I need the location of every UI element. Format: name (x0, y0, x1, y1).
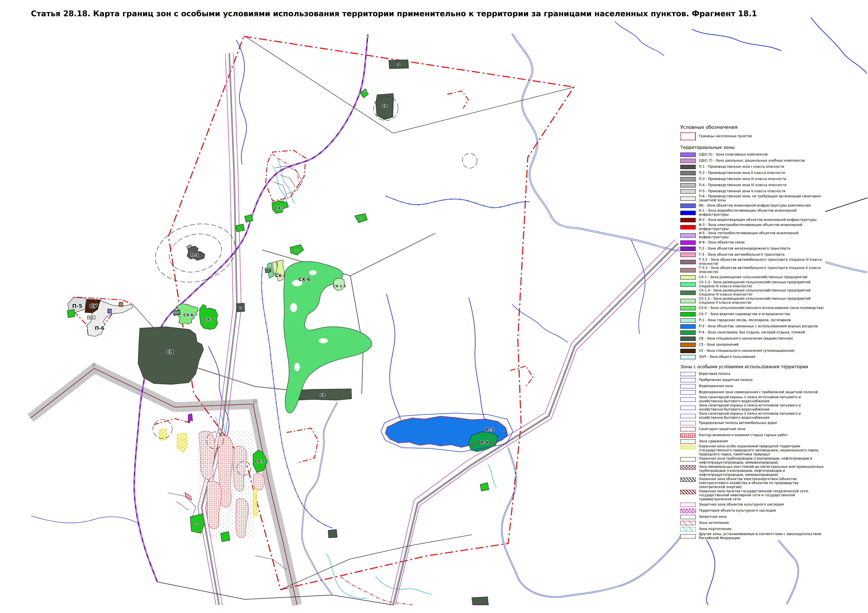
crosshatch-symbol (680, 465, 696, 470)
legend-item: И-2 - Зона водоотводящих объектов инжене… (680, 217, 825, 223)
legend-item-label: СХ-1.4 - Зона размещения сельскохозяйств… (699, 288, 825, 296)
zone-label-сх-6: СХ-6 (299, 277, 310, 282)
legend-item-label: ЗОП - Зона общего пользования (699, 355, 755, 359)
dashdot-symbol (680, 503, 696, 507)
legend-item-label: Запретная зона (699, 515, 727, 519)
legend-item: Зона санитарной охраны 1 пояса источнико… (680, 395, 825, 403)
zone-color-swatch (680, 275, 696, 280)
zone-label-сх-1.4: СХ-1.4 (173, 311, 180, 313)
legend-item: Зона сдвижения (680, 438, 825, 444)
zone-color-swatch (680, 218, 696, 222)
legend-item-label: И-5 - Зона теплообеспечивающих объектов … (699, 231, 825, 239)
legend-item-label: СУ - Зона специального назначения (утили… (699, 348, 795, 353)
zone-label-сх-1.5: СХ-1.5 (333, 284, 346, 288)
legend-item-label: Т-3 - Зона объектов автомобильного транс… (699, 252, 784, 257)
dashticks-symbol (680, 439, 696, 444)
legend-item: П-3 - Производственная зона III класса о… (680, 176, 825, 182)
ticks-symbol (680, 427, 696, 432)
zone-color-swatch (680, 343, 696, 347)
zone-color-swatch (680, 233, 696, 238)
mining-zone-layer (197, 430, 264, 538)
legend-item: СЗ - Зона захоронений (680, 341, 825, 347)
grid-symbol (680, 433, 696, 438)
settlement-boundaries (68, 36, 574, 590)
zone-label-п-1: П-1 (191, 253, 199, 258)
legend-item-label: Зона санитарной охраны 3 пояса источнико… (699, 412, 825, 420)
legend-item: Т-3 - Зона объектов автомобильного транс… (680, 251, 825, 257)
legend-item: И-1 - Зона водообеспечивающих объектов и… (680, 209, 825, 217)
zone-label-п-6: П-6 (89, 316, 93, 319)
legend-item: СХ-6 - Зона сельскохозяйственного исполь… (680, 305, 825, 311)
legend-item-label: Р-4 - Зона санаториев, баз отдыха, лагер… (699, 330, 805, 334)
zone-label-сх-7: СХ-7 (255, 460, 264, 464)
legend-item-label: Т-2 - Зона объектов железнодорожного тра… (699, 246, 790, 251)
zone-color-swatch (680, 306, 696, 310)
zone-label-р-4: Р-4 (480, 440, 488, 445)
legend-item: П-6 - Производственная зона, не требующа… (680, 194, 825, 202)
legend-item: ОД(С-7) - Зона школьных, дошкольных учеб… (680, 158, 825, 163)
zone-label-сз: СЗ (120, 303, 122, 305)
legend-item: Р-4 - Зона санаториев, баз отдыха, лагер… (680, 329, 825, 335)
legend-item-label: Водоохранная зона (699, 384, 733, 388)
legend-item: Т-3.3 - Зона объектов автомобильного тра… (680, 266, 825, 274)
zone-label-св: СВ (397, 63, 401, 67)
legend-item: Зона санитарной охраны 2 пояса источнико… (680, 403, 825, 411)
legend-item-label: П-1 - Производственная зона I класса опа… (699, 165, 784, 169)
zone-color-swatch (680, 324, 696, 329)
legend-item: Зона затопления (680, 520, 825, 526)
legend-item: СХ-1 - Зона размещения сельскохозяйствен… (680, 274, 825, 280)
legend-item: Прибрежная защитная полоса (680, 377, 825, 383)
zone-color-swatch (680, 312, 696, 316)
zone-color-swatch (680, 153, 696, 157)
zone-color-swatch (680, 355, 696, 359)
legend-territorial-list: ОД(С-5) - Зона спортивных комплексовОД(С… (680, 151, 825, 360)
legend-item: Зона санитарной охраны 3 пояса источнико… (680, 412, 825, 420)
zone-color-swatch (680, 204, 696, 208)
legend-item: Территория объекта культурного наследия (680, 508, 825, 513)
legend-item: ОД(С-5) - Зона спортивных комплексов (680, 151, 825, 157)
legend-item: Т-3.2 - Зона объектов автомобильного тра… (680, 258, 825, 266)
legend-item-label: ИК - Зона объектов инженерной инфраструк… (699, 203, 811, 207)
zone-color-swatch (680, 165, 696, 169)
legend-title: Условные обозначения (680, 124, 825, 130)
legend-item-label: Р-3 - Зона объектов, связанных с использ… (699, 324, 818, 328)
hatch-symbol (680, 445, 696, 449)
legend-item: Т-2 - Зона объектов железнодорожного тра… (680, 245, 825, 251)
legend-item: СВ - Зона специального назначения (ведом… (680, 335, 825, 341)
zone-label-св: СВ (382, 104, 388, 108)
zone-color-swatch (680, 183, 696, 187)
legend-item: Запретная зона (680, 514, 825, 520)
legend-territorial-title: Территориальные зоны (680, 145, 825, 150)
legend-item: СХ-1.5 - Зона размещения сельскохозяйств… (680, 297, 825, 305)
ticks-symbol (680, 414, 696, 418)
legend-item-label: СЗ - Зона захоронений (699, 342, 739, 347)
legend-item-label: Р-1 - Зона городских лесов, лесопарков, … (699, 318, 791, 322)
zone-color-swatch (680, 177, 696, 181)
legend-item-label: Береговая полоса (699, 372, 730, 376)
legend-item-label: СХ-6 - Зона сельскохозяйственного исполь… (699, 306, 824, 310)
legend-item-label: Зона затопления (699, 521, 729, 525)
legend-item-label: Зона подтопления (699, 527, 732, 531)
zone-label-п-5: П-5 (72, 303, 82, 309)
legend-item-label: Придорожные полосы автомобильных дорог (699, 421, 778, 425)
legend-item: Придорожные полосы автомобильных дорог (680, 420, 825, 426)
legend-item-label: Охранная зона пунктов государственной ге… (699, 489, 825, 501)
legend-item: Контур возможного влияния старых горных … (680, 432, 825, 438)
legend-item: СУ - Зона специального назначения (утили… (680, 348, 825, 353)
zone-label-ик: ИК (108, 310, 111, 312)
legend-item: СХ-7 - Зона ведения садоводства и огород… (680, 311, 825, 317)
legend-panel: Условные обозначения Границы населенных … (680, 124, 825, 540)
zone-color-swatch (680, 159, 696, 163)
legend-item-label: П-4 - Производственная зона IV класса оп… (699, 183, 786, 187)
legend-item-label: П-3 - Производственная зона III класса о… (699, 177, 786, 181)
zone-color-swatch (680, 197, 696, 201)
zone-label-св: СВ (320, 393, 326, 397)
ticks-symbol (680, 378, 696, 382)
outline-symbol (680, 515, 696, 519)
zones-layer (67, 60, 508, 605)
legend-item: Охранная зона особо охраняемой природной… (680, 444, 825, 456)
flood-lines-layer (215, 154, 496, 605)
xline-symbol (680, 521, 696, 525)
zone-label-р-3: Р-3 (485, 427, 494, 433)
legend-item: И-5 - Зона теплообеспечивающих объектов … (680, 231, 825, 239)
